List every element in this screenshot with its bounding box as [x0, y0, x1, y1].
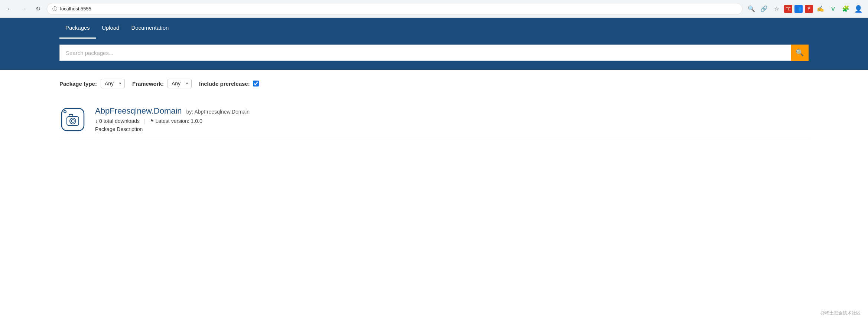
- package-version: Latest version: 1.0.0: [156, 118, 202, 124]
- url-input[interactable]: [60, 6, 737, 12]
- package-type-select[interactable]: Any: [101, 79, 125, 88]
- package-type-filter: Package type: Any: [59, 79, 125, 88]
- package-info: AbpFreesqlnew.Domain by: AbpFreesqlnew.D…: [95, 106, 809, 133]
- package-type-select-wrapper: Any: [101, 79, 125, 88]
- package-icon: [59, 106, 86, 133]
- lock-icon: ⓘ: [52, 6, 57, 12]
- search-button[interactable]: 🔍: [791, 45, 809, 61]
- download-count: 0 total downloads: [99, 118, 140, 124]
- v-icon[interactable]: V: [828, 4, 838, 14]
- framework-label: Framework:: [132, 81, 164, 87]
- package-title-row: AbpFreesqlnew.Domain by: AbpFreesqlnew.D…: [95, 106, 809, 116]
- framework-filter: Framework: Any: [132, 79, 192, 88]
- svg-point-4: [71, 120, 74, 123]
- search-input[interactable]: [59, 45, 791, 61]
- browser-toolbar-icons: 🔍 🔗 ☆ FE 👥 Y ✍ V 🧩 👤: [746, 4, 864, 14]
- svg-point-3: [70, 118, 76, 124]
- bookmark-icon[interactable]: ☆: [771, 4, 782, 14]
- meta-separator: |: [144, 118, 146, 124]
- people-icon[interactable]: 👥: [794, 5, 803, 13]
- nav-item-packages[interactable]: Packages: [59, 18, 96, 39]
- puzzle-icon[interactable]: 🧩: [841, 4, 851, 14]
- ya-icon[interactable]: Y: [805, 5, 813, 13]
- download-icon: ↓: [95, 118, 98, 124]
- package-meta: ↓ 0 total downloads | ⚑ Latest version: …: [95, 118, 809, 124]
- address-bar: ⓘ: [47, 3, 742, 15]
- prerelease-filter: Include prerelease:: [199, 81, 259, 87]
- package-type-label: Package type:: [59, 81, 97, 87]
- nav-item-upload[interactable]: Upload: [96, 18, 126, 39]
- framework-select[interactable]: Any: [168, 79, 192, 88]
- search-bar: 🔍: [59, 45, 809, 61]
- package-author: by: AbpFreesqlnew.Domain: [186, 109, 250, 115]
- share-icon[interactable]: 🔗: [759, 4, 769, 14]
- framework-select-wrapper: Any: [168, 79, 192, 88]
- filters: Package type: Any Framework: Any Include…: [59, 79, 809, 88]
- profile-icon[interactable]: 👤: [853, 4, 864, 14]
- browser-chrome: ← → ↻ ⓘ 🔍 🔗 ☆ FE 👥 Y ✍ V 🧩 👤: [0, 0, 868, 18]
- main-content: Package type: Any Framework: Any Include…: [0, 70, 868, 148]
- forward-button[interactable]: →: [19, 4, 29, 14]
- feather-icon[interactable]: ✍: [815, 4, 826, 14]
- search-section: 🔍: [0, 39, 868, 70]
- prerelease-label: Include prerelease:: [199, 81, 250, 87]
- reload-button[interactable]: ↻: [33, 4, 43, 14]
- nav-item-documentation[interactable]: Documentation: [125, 18, 175, 39]
- version-icon: ⚑: [150, 118, 154, 124]
- table-row: AbpFreesqlnew.Domain by: AbpFreesqlnew.D…: [59, 100, 809, 139]
- fe-icon[interactable]: FE: [784, 5, 792, 13]
- package-list: AbpFreesqlnew.Domain by: AbpFreesqlnew.D…: [59, 100, 809, 139]
- prerelease-checkbox[interactable]: [253, 81, 259, 86]
- back-button[interactable]: ←: [4, 4, 15, 14]
- zoom-icon[interactable]: 🔍: [746, 4, 757, 14]
- svg-point-1: [64, 111, 66, 113]
- package-description: Package Description: [95, 126, 809, 132]
- nav-bar: Packages Upload Documentation: [0, 18, 868, 39]
- package-name[interactable]: AbpFreesqlnew.Domain: [95, 106, 182, 116]
